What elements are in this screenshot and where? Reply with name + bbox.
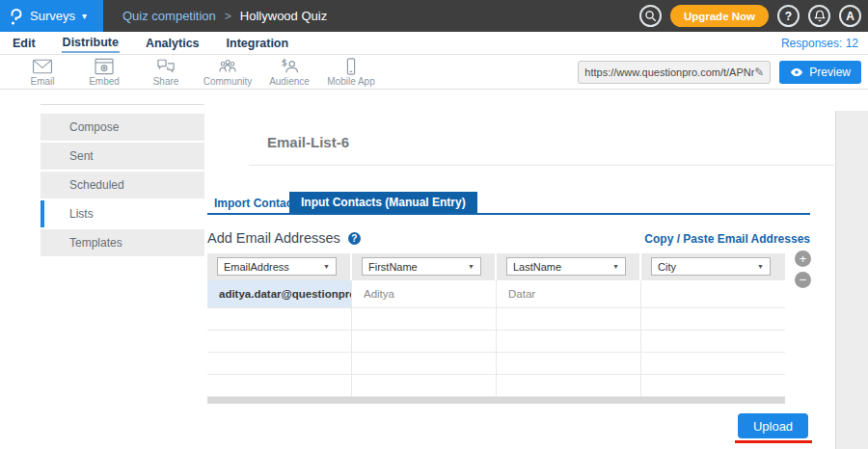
- edit-url-icon[interactable]: ✎: [754, 66, 764, 79]
- cell-city[interactable]: [641, 353, 785, 375]
- upload-button[interactable]: Upload: [738, 413, 808, 438]
- notifications-button[interactable]: [808, 5, 830, 27]
- chevron-down-icon: ▾: [82, 11, 87, 21]
- community-icon: [217, 58, 238, 75]
- column-select-lastname[interactable]: LastName ▼: [506, 257, 626, 276]
- sidebar-item-label: Scheduled: [69, 178, 124, 192]
- search-button[interactable]: [639, 5, 662, 27]
- minus-icon: −: [800, 273, 807, 287]
- cell-email[interactable]: [207, 375, 352, 397]
- questionpro-logo-icon: [9, 7, 23, 26]
- tab-input-contacts-manual-entry[interactable]: Input Contacts (Manual Entry): [289, 192, 477, 213]
- chevron-down-icon: ▼: [468, 263, 475, 270]
- cell-firstname[interactable]: [352, 375, 497, 397]
- help-button[interactable]: ?: [777, 5, 800, 27]
- table-row: [207, 353, 785, 375]
- toolbar-item-label: Email: [30, 76, 54, 87]
- cell-firstname[interactable]: [352, 308, 497, 330]
- horizontal-scrollbar[interactable]: [207, 397, 785, 404]
- product-name: Surveys: [30, 9, 75, 23]
- toolbar-item-mobile-app[interactable]: Mobile App: [320, 58, 382, 87]
- remove-row-button[interactable]: −: [795, 272, 811, 288]
- tab-underline: [207, 213, 810, 215]
- cell-city[interactable]: [641, 330, 785, 353]
- sidebar-item-templates[interactable]: Templates: [41, 229, 204, 256]
- cell-city[interactable]: [641, 280, 785, 308]
- nav-tab-integration[interactable]: Integration: [226, 34, 290, 52]
- selected-option: LastName: [513, 261, 561, 273]
- nav-tab-edit[interactable]: Edit: [12, 34, 37, 52]
- cell-firstname[interactable]: [352, 330, 497, 353]
- breadcrumb-parent[interactable]: Quiz competition: [122, 9, 216, 23]
- upgrade-now-button[interactable]: Upgrade Now: [670, 5, 769, 27]
- cell-email[interactable]: [207, 330, 352, 353]
- topbar: Surveys ▾ Quiz competition > Hollywood Q…: [0, 0, 868, 32]
- breadcrumb-current: Hollywood Quiz: [240, 9, 327, 23]
- surveys-menu[interactable]: Surveys ▾: [0, 0, 103, 32]
- sidebar-item-lists[interactable]: Lists: [41, 200, 204, 227]
- table-row: [207, 330, 785, 353]
- cell-lastname[interactable]: [497, 375, 641, 397]
- avatar[interactable]: A: [839, 5, 861, 27]
- cell-firstname[interactable]: [352, 353, 497, 375]
- add-row-button[interactable]: +: [795, 251, 811, 267]
- sidebar-item-compose[interactable]: Compose: [41, 114, 204, 141]
- distribute-toolbar: Email Embed Share Co: [0, 55, 868, 90]
- page-title: Email-List-6: [267, 134, 349, 150]
- contacts-table: EmailAddress ▼ FirstName ▼ LastName: [207, 253, 785, 397]
- toolbar-item-label: Audience: [269, 76, 310, 87]
- column-select-firstname[interactable]: FirstName ▼: [362, 257, 481, 276]
- toolbar-item-community[interactable]: Community: [197, 58, 258, 87]
- cell-city[interactable]: [641, 375, 785, 397]
- toolbar-item-email[interactable]: Email: [12, 58, 73, 87]
- cell-lastname[interactable]: Datar: [497, 280, 641, 308]
- tab-label: Input Contacts (Manual Entry): [301, 196, 466, 209]
- toolbar-item-label: Share: [153, 76, 179, 87]
- mobile-app-icon: [340, 58, 362, 75]
- cell-firstname[interactable]: Aditya: [352, 280, 497, 308]
- nav-tab-analytics[interactable]: Analytics: [145, 34, 201, 52]
- chevron-down-icon: ▼: [612, 263, 619, 270]
- survey-url-field[interactable]: https://www.questionpro.com/t/APNrFZ ✎: [578, 61, 771, 84]
- cell-city[interactable]: [641, 308, 785, 330]
- toolbar-item-share[interactable]: Share: [135, 58, 197, 87]
- selected-option: EmailAddress: [224, 261, 289, 273]
- cell-lastname[interactable]: [497, 308, 641, 330]
- breadcrumb: Quiz competition > Hollywood Quiz: [122, 9, 327, 23]
- annotation-underline: [735, 440, 812, 443]
- toolbar-item-label: Mobile App: [327, 76, 374, 87]
- cell-email[interactable]: [207, 308, 352, 330]
- column-select-emailaddress[interactable]: EmailAddress ▼: [217, 257, 337, 276]
- table-row: [207, 375, 785, 397]
- cell-lastname[interactable]: [497, 353, 641, 375]
- email-icon: [32, 58, 53, 75]
- cell-email[interactable]: aditya.datar@questionpro.com: [207, 280, 352, 308]
- questionpro-app: Surveys ▾ Quiz competition > Hollywood Q…: [0, 0, 868, 449]
- sidebar-item-label: Lists: [69, 207, 94, 221]
- section-heading-row: Add Email Addresses ?: [207, 230, 361, 246]
- plus-icon: +: [800, 251, 807, 266]
- cell-lastname[interactable]: [497, 330, 641, 353]
- toolbar-item-label: Embed: [89, 76, 120, 87]
- toolbar-item-embed[interactable]: Embed: [73, 58, 135, 87]
- sidebar-item-label: Sent: [69, 149, 94, 163]
- nav-tab-distribute[interactable]: Distribute: [62, 33, 120, 53]
- help-icon[interactable]: ?: [348, 232, 361, 245]
- chevron-down-icon: ▼: [757, 263, 764, 270]
- cell-email[interactable]: [207, 353, 352, 375]
- table-header-cell: EmailAddress ▼: [207, 253, 352, 280]
- survey-url-text: https://www.questionpro.com/t/APNrFZ: [584, 66, 754, 78]
- column-select-city[interactable]: City ▼: [651, 257, 771, 276]
- breadcrumb-separator-icon: >: [225, 10, 231, 23]
- sidebar-item-sent[interactable]: Sent: [41, 143, 204, 170]
- survey-nav: Edit Distribute Analytics Integration Re…: [0, 32, 868, 55]
- toolbar-item-audience[interactable]: $ Audience: [258, 58, 320, 87]
- table-header-row: EmailAddress ▼ FirstName ▼ LastName: [207, 253, 785, 280]
- title-divider: [249, 165, 834, 166]
- preview-button[interactable]: Preview: [779, 61, 861, 84]
- copy-paste-link[interactable]: Copy / Paste Email Addresses: [644, 232, 810, 246]
- responses-count[interactable]: Responses: 12: [781, 37, 868, 50]
- body: Compose Sent Scheduled Lists Templates E…: [0, 90, 868, 449]
- search-icon: [644, 10, 657, 22]
- sidebar-item-scheduled[interactable]: Scheduled: [41, 172, 204, 198]
